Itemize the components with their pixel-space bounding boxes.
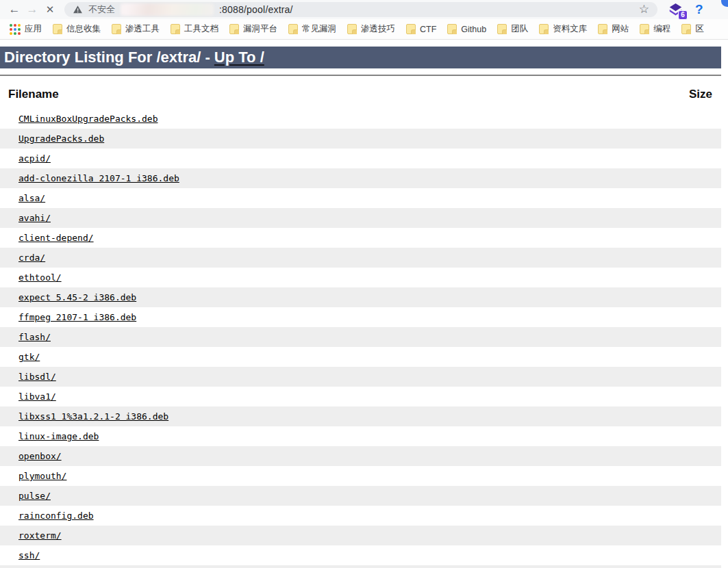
file-link[interactable]: gtk/: [18, 352, 40, 362]
redacted-host: [121, 3, 214, 16]
help-icon[interactable]: ?: [695, 2, 703, 17]
folder-icon: [112, 24, 121, 34]
bookmark-folder[interactable]: Github: [447, 24, 486, 34]
file-link[interactable]: libsdl/: [18, 372, 56, 382]
extension-icon[interactable]: 6: [668, 3, 683, 17]
address-bar[interactable]: 不安全 :8088/pool/extra/ ☆: [64, 2, 657, 17]
file-link[interactable]: roxterm/: [18, 530, 62, 541]
file-link[interactable]: acpid/: [18, 153, 51, 164]
apps-label: 应用: [25, 23, 42, 35]
bookmark-label: 渗透工具: [125, 23, 160, 35]
folder-icon: [598, 24, 607, 34]
table-row: gtk/: [0, 347, 721, 367]
security-warning-label: 不安全: [88, 3, 115, 16]
bookmark-label: CTF: [420, 25, 436, 34]
bookmark-label: 资料文库: [553, 23, 587, 35]
bookmark-folder[interactable]: 资料文库: [539, 23, 587, 35]
table-row: add-clonezilla 2107-1 i386.deb: [0, 168, 721, 188]
file-link[interactable]: CMLinuxBoxUpgradePacks.deb: [18, 114, 158, 124]
apps-grid-icon: [10, 24, 21, 35]
stop-button[interactable]: ✕: [41, 0, 59, 19]
table-row: pulse/: [0, 486, 721, 506]
file-link[interactable]: alsa/: [18, 193, 45, 203]
bookmark-folder[interactable]: 渗透工具: [112, 23, 160, 35]
file-link[interactable]: ffmpeg 2107-1 i386.deb: [18, 312, 136, 322]
security-warning-icon[interactable]: [73, 5, 83, 14]
bookmark-folder[interactable]: 区: [681, 23, 704, 35]
folder-icon: [447, 24, 457, 34]
file-link[interactable]: add-clonezilla 2107-1 i386.deb: [18, 173, 179, 183]
bookmark-folder[interactable]: 编程: [640, 23, 670, 35]
file-link[interactable]: libxss1 1%3a1.2.1-2 i386.deb: [18, 411, 168, 422]
table-row: alsa/: [0, 188, 721, 208]
file-link[interactable]: pulse/: [18, 491, 51, 501]
folder-icon: [53, 24, 62, 34]
file-link[interactable]: linux-image.deb: [18, 431, 99, 441]
folder-icon: [640, 24, 649, 34]
up-to-link[interactable]: Up To /: [214, 49, 264, 66]
table-row: linux-image.deb: [0, 426, 721, 446]
bookmark-label: 编程: [653, 23, 670, 35]
table-row: flash/: [0, 327, 721, 347]
file-link[interactable]: UpgradePacks.deb: [18, 133, 104, 144]
apps-bookmark[interactable]: 应用: [10, 23, 42, 35]
file-link[interactable]: crda/: [18, 253, 45, 263]
bookmark-folder[interactable]: 团队: [497, 23, 528, 35]
folder-icon: [497, 24, 507, 34]
bookmark-label: 常见漏洞: [302, 23, 336, 35]
folder-icon: [406, 24, 416, 34]
bookmarks-bar: 应用 信息收集 渗透工具 工具文档 漏洞平台: [0, 19, 728, 40]
table-row-partial: [0, 565, 721, 568]
table-row: UpgradePacks.deb: [0, 129, 721, 149]
table-row: libva1/: [0, 387, 721, 406]
file-link[interactable]: expect 5.45-2 i386.deb: [18, 292, 136, 302]
file-table: CMLinuxBoxUpgradePacks.deb UpgradePacks.…: [0, 109, 721, 565]
file-link[interactable]: ssh/: [18, 550, 40, 560]
file-link[interactable]: openbox/: [18, 451, 62, 461]
bookmark-label: 网站: [612, 23, 629, 35]
bookmark-folder[interactable]: 常见漏洞: [288, 23, 336, 35]
table-row: rainconfig.deb: [0, 506, 721, 526]
folder-icon: [288, 24, 298, 34]
directory-listing-page: Directory Listing For /extra/ - Up To / …: [0, 47, 721, 568]
extension-badge: 6: [678, 10, 688, 20]
file-link[interactable]: flash/: [18, 332, 51, 342]
browser-toolbar: ← → ✕ 不安全 :8088/pool/extra/ ☆ 6 ?: [0, 0, 728, 19]
bookmark-folder[interactable]: CTF: [406, 24, 436, 34]
bookmark-label: 漏洞平台: [243, 23, 277, 35]
back-button[interactable]: ←: [5, 0, 23, 19]
table-row: CMLinuxBoxUpgradePacks.deb: [0, 109, 721, 129]
folder-icon: [347, 24, 357, 34]
page-title: Directory Listing For /extra/ - Up To /: [0, 47, 721, 68]
page-title-text: Directory Listing For /extra/ -: [4, 49, 214, 66]
folder-icon: [171, 24, 180, 34]
cutoff-profile-icon[interactable]: [721, 0, 728, 7]
bookmark-label: 团队: [511, 23, 528, 35]
file-link[interactable]: libva1/: [18, 391, 56, 402]
bookmark-star-icon[interactable]: ☆: [639, 2, 649, 17]
bookmark-folder[interactable]: 工具文档: [171, 23, 218, 35]
file-link[interactable]: ethtool/: [18, 272, 62, 283]
table-row: plymouth/: [0, 466, 721, 486]
col-size: Size: [689, 88, 712, 101]
file-link[interactable]: client-depend/: [18, 233, 94, 243]
bookmark-folder-list: 信息收集 渗透工具 工具文档 漏洞平台 常见漏洞: [53, 23, 704, 35]
file-link[interactable]: rainconfig.deb: [18, 511, 94, 521]
file-link[interactable]: avahi/: [18, 213, 51, 223]
bookmark-label: 工具文档: [184, 23, 218, 35]
table-row: avahi/: [0, 208, 721, 228]
table-row: ffmpeg 2107-1 i386.deb: [0, 307, 721, 327]
bookmark-folder[interactable]: 漏洞平台: [229, 23, 277, 35]
bookmark-label: Github: [461, 25, 486, 34]
bookmark-folder[interactable]: 渗透技巧: [347, 23, 395, 35]
table-row: openbox/: [0, 446, 721, 466]
bookmark-folder[interactable]: 网站: [598, 23, 629, 35]
forward-button[interactable]: →: [23, 0, 41, 19]
table-row: libxss1 1%3a1.2.1-2 i386.deb: [0, 406, 721, 426]
table-row: libsdl/: [0, 367, 721, 387]
col-filename: Filename: [8, 88, 59, 101]
table-row: expect 5.45-2 i386.deb: [0, 287, 721, 307]
bookmark-folder[interactable]: 信息收集: [53, 23, 101, 35]
table-row: acpid/: [0, 149, 721, 168]
file-link[interactable]: plymouth/: [18, 471, 66, 481]
